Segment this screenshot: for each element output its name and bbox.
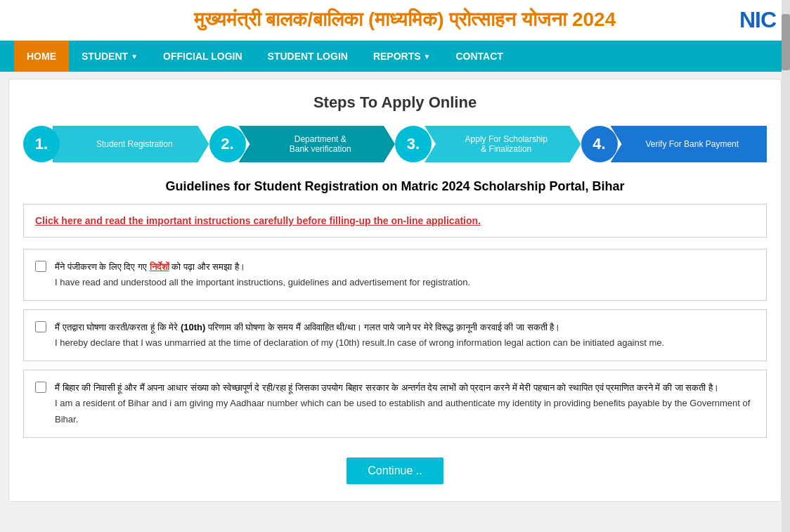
declaration-3-checkbox[interactable] <box>35 382 46 393</box>
declaration-1-box: मैंने पंजीकरण के लिए दिए गए निर्देशों को… <box>23 249 767 301</box>
important-link-box: Click here and read the important instru… <box>23 204 767 238</box>
scrollbar-thumb[interactable] <box>782 14 790 70</box>
declaration-2-checkbox[interactable] <box>35 321 46 332</box>
instruction-link[interactable]: निर्देशों <box>150 261 169 272</box>
declaration-3-text: मैं बिहार की निवासी हूं और मैं अपना आधार… <box>55 380 755 427</box>
step-4-container: 4. Verify For Bank Payment <box>581 126 768 162</box>
student-dropdown-arrow: ▼ <box>131 53 138 60</box>
nav-home[interactable]: HOME <box>14 41 69 72</box>
step-1-circle: 1. <box>23 126 60 162</box>
steps-row: 1. Student Registration 2. Department &B… <box>23 126 767 162</box>
nav-contact[interactable]: CONTACT <box>443 41 515 72</box>
reports-dropdown-arrow: ▼ <box>424 53 431 60</box>
guidelines-heading: Guidelines for Student Registration on M… <box>23 179 767 194</box>
step-3-circle: 3. <box>395 126 432 162</box>
scrollbar-track[interactable] <box>782 0 790 509</box>
step-4-label: Verify For Bank Payment <box>611 126 768 162</box>
nav-official-login[interactable]: OFFICIAL LOGIN <box>150 41 255 72</box>
nav-student[interactable]: STUDENT ▼ <box>69 41 150 72</box>
step-2-circle: 2. <box>209 126 246 162</box>
continue-button-row: Continue .. <box>23 446 767 487</box>
declaration-2-text: मैं एतद्वारा घोषणा करती/करता हूं कि मेरे… <box>55 320 664 351</box>
declaration-3-box: मैं बिहार की निवासी हूं और मैं अपना आधार… <box>23 370 767 437</box>
nav-reports[interactable]: REPORTS ▼ <box>361 41 443 72</box>
important-link[interactable]: Click here and read the important instru… <box>35 215 481 226</box>
page-title: मुख्यमंत्री बालक/बालिका (माध्यमिक) प्रोत… <box>70 8 739 32</box>
step-3-label: Apply For Scholarship& Finalization <box>425 126 581 162</box>
step-4-circle: 4. <box>581 126 618 162</box>
nav-student-login[interactable]: STUDENT LOGIN <box>255 41 361 72</box>
header: मुख्यमंत्री बालक/बालिका (माध्यमिक) प्रोत… <box>0 0 790 41</box>
declaration-2-box: मैं एतद्वारा घोषणा करती/करता हूं कि मेरे… <box>23 309 767 361</box>
step-2-label: Department &Bank verification <box>239 126 396 162</box>
navbar: HOME STUDENT ▼ OFFICIAL LOGIN STUDENT LO… <box>0 41 790 72</box>
step-3-container: 3. Apply For Scholarship& Finalization <box>395 126 581 162</box>
continue-button[interactable]: Continue .. <box>347 458 443 484</box>
nic-logo: NIC <box>739 7 776 33</box>
declaration-1-checkbox[interactable] <box>35 261 46 272</box>
step-2-container: 2. Department &Bank verification <box>209 126 396 162</box>
step-1-label: Student Registration <box>53 126 209 162</box>
main-content: Steps To Apply Online 1. Student Registr… <box>8 79 782 502</box>
declaration-1-text: मैंने पंजीकरण के लिए दिए गए निर्देशों को… <box>55 259 470 290</box>
steps-heading: Steps To Apply Online <box>23 93 767 112</box>
step-1-container: 1. Student Registration <box>23 126 209 162</box>
